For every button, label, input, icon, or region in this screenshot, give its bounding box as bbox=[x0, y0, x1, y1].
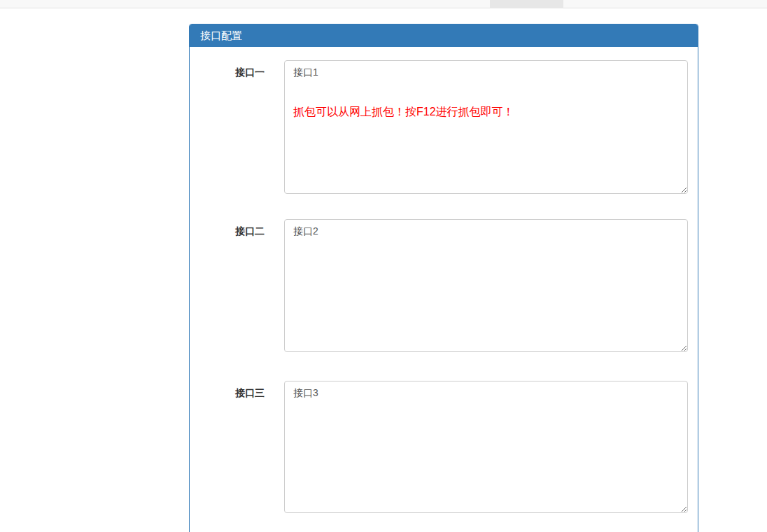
interface-1-textarea[interactable]: 接口1 bbox=[284, 60, 688, 194]
interface-3-field-wrap: 接口3 bbox=[284, 381, 688, 513]
interface-config-panel: 接口配置 接口一 接口1 抓包可以从网上抓包！按F12进行抓包即可！ 接口二 接… bbox=[189, 24, 698, 532]
form-row-interface-2: 接口二 接口2 bbox=[200, 219, 687, 352]
active-nav-tab[interactable] bbox=[490, 0, 563, 8]
interface-2-textarea[interactable]: 接口2 bbox=[284, 219, 688, 352]
panel-body: 接口一 接口1 抓包可以从网上抓包！按F12进行抓包即可！ 接口二 接口2 接口… bbox=[190, 47, 698, 524]
interface-2-field-wrap: 接口2 bbox=[284, 219, 688, 352]
panel-header: 接口配置 bbox=[190, 24, 698, 47]
interface-1-field-wrap: 接口1 抓包可以从网上抓包！按F12进行抓包即可！ bbox=[284, 60, 688, 194]
interface-3-textarea[interactable]: 接口3 bbox=[284, 381, 688, 513]
panel-title: 接口配置 bbox=[200, 29, 242, 41]
interface-1-label: 接口一 bbox=[200, 60, 284, 79]
interface-3-label: 接口三 bbox=[200, 381, 284, 400]
form-row-interface-1: 接口一 接口1 抓包可以从网上抓包！按F12进行抓包即可！ bbox=[200, 60, 687, 194]
top-navbar bbox=[0, 0, 767, 8]
interface-2-label: 接口二 bbox=[200, 219, 284, 238]
form-row-interface-3: 接口三 接口3 bbox=[200, 381, 687, 513]
